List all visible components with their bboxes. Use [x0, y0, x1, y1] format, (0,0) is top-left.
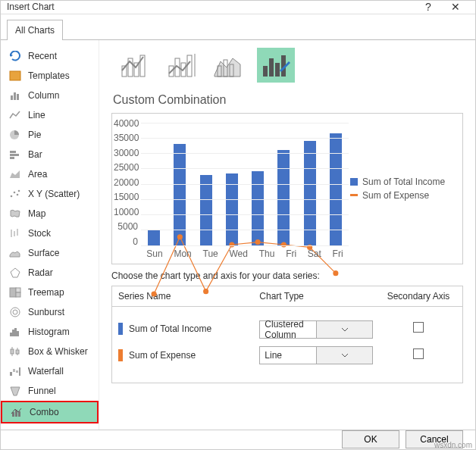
svg-point-62	[333, 270, 338, 276]
sidebar-item-label: X Y (Scatter)	[28, 189, 80, 199]
sidebar-item-label: Stock	[28, 228, 51, 239]
sidebar-item-histogram[interactable]: Histogram	[1, 322, 99, 342]
sidebar-item-waterfall[interactable]: Waterfall	[1, 361, 99, 381]
sidebar-item-combo[interactable]: Combo	[1, 401, 99, 423]
svg-point-20	[11, 308, 20, 317]
svg-rect-29	[16, 350, 19, 354]
plot-area	[141, 123, 349, 245]
y-axis-labels: 4000035000300002500020000150001000050000	[114, 118, 138, 247]
legend-swatch-icon	[350, 178, 358, 186]
sidebar-item-treemap[interactable]: Treemap	[1, 283, 99, 302]
help-button[interactable]: ?	[415, 1, 442, 13]
section-title: Custom Combination	[113, 93, 463, 107]
dialog-title: Insert Chart	[7, 2, 415, 12]
sidebar-item-line[interactable]: Line	[1, 105, 99, 125]
sidebar-item-surface[interactable]: Surface	[1, 243, 99, 263]
sidebar-item-label: Bar	[28, 149, 42, 160]
svg-point-11	[17, 193, 19, 195]
sidebar-item-column[interactable]: Column	[1, 86, 99, 105]
svg-rect-52	[269, 58, 274, 77]
series-name-label: Sum of Expense	[129, 350, 196, 361]
sidebar-item-map[interactable]: Map	[1, 204, 99, 223]
titlebar: Insert Chart ? ✕	[1, 1, 475, 14]
sidebar-item-templates[interactable]: Templates	[1, 66, 99, 86]
svg-rect-22	[10, 333, 12, 336]
ok-button[interactable]: OK	[342, 430, 399, 448]
tab-strip: All Charts	[1, 14, 475, 40]
sidebar-item-bar[interactable]: Bar	[1, 145, 99, 164]
area-chart-icon	[8, 168, 22, 180]
svg-rect-27	[11, 349, 14, 354]
secondary-axis-checkbox[interactable]	[413, 322, 424, 333]
chart-preview[interactable]: 4000035000300002500020000150001000050000…	[111, 113, 463, 264]
sidebar-item-label: Funnel	[28, 386, 56, 396]
svg-rect-17	[10, 288, 16, 297]
x-axis-labels: SunMonTueWedThuFriSatFri	[141, 248, 349, 259]
sidebar-item-recent[interactable]: Recent	[1, 46, 99, 66]
svg-point-12	[18, 189, 20, 192]
sidebar-item-pie[interactable]: Pie	[1, 125, 99, 145]
surface-chart-icon	[8, 247, 22, 259]
sunburst-chart-icon	[8, 306, 22, 318]
legend-label: Sum of Total Income	[362, 177, 445, 187]
sidebar-item-sunburst[interactable]: Sunburst	[1, 302, 99, 322]
svg-point-59	[255, 239, 261, 245]
column-chart-icon	[8, 89, 22, 102]
sidebar-item-box-whisker[interactable]: Box & Whisker	[1, 342, 99, 361]
svg-point-57	[203, 289, 208, 294]
series-swatch-icon	[118, 323, 123, 335]
sidebar-item-label: Area	[28, 169, 47, 180]
svg-rect-25	[17, 331, 19, 336]
sidebar-item-scatter[interactable]: X Y (Scatter)	[1, 184, 99, 204]
waterfall-chart-icon	[8, 365, 22, 377]
sidebar-item-label: Treemap	[28, 287, 64, 298]
close-button[interactable]: ✕	[442, 1, 469, 13]
svg-marker-8	[10, 170, 20, 178]
sidebar-item-stock[interactable]: Stock	[1, 223, 99, 243]
sidebar-item-radar[interactable]: Radar	[1, 263, 99, 283]
sidebar-item-label: Combo	[30, 407, 59, 417]
combo-subtype-custom[interactable]	[257, 48, 295, 83]
svg-point-58	[229, 242, 234, 247]
sidebar-item-area[interactable]: Area	[1, 164, 99, 184]
chart-category-sidebar: Recent Templates Column Line Pie Bar Are…	[1, 40, 99, 430]
bar-chart-icon	[8, 148, 22, 161]
sidebar-item-label: Waterfall	[28, 366, 64, 377]
svg-rect-32	[16, 370, 18, 373]
svg-rect-0	[10, 71, 20, 80]
svg-rect-51	[263, 66, 268, 77]
chevron-down-icon	[316, 347, 373, 364]
svg-rect-24	[14, 328, 17, 336]
legend-item: Sum of Expense	[350, 190, 456, 201]
sidebar-item-label: Column	[28, 90, 59, 101]
watermark: wsxdn.com	[434, 441, 472, 449]
svg-rect-7	[10, 157, 14, 159]
svg-rect-2	[14, 92, 16, 100]
chart-type-dropdown[interactable]: Line	[259, 346, 373, 364]
svg-rect-3	[17, 94, 19, 100]
combo-subtype-clustered-column-line-secondary[interactable]	[163, 48, 201, 83]
box-whisker-chart-icon	[8, 345, 22, 358]
series-swatch-icon	[118, 349, 123, 361]
tab-all-charts[interactable]: All Charts	[7, 20, 63, 40]
sidebar-item-label: Map	[28, 208, 45, 219]
sidebar-item-funnel[interactable]: Funnel	[1, 381, 99, 401]
secondary-axis-checkbox[interactable]	[413, 348, 424, 359]
insert-chart-dialog: Insert Chart ? ✕ All Charts Recent Templ…	[0, 0, 476, 450]
svg-rect-19	[16, 292, 20, 297]
svg-rect-5	[10, 151, 16, 153]
sidebar-item-label: Recent	[28, 51, 57, 61]
combo-chart-icon	[10, 406, 23, 418]
svg-rect-1	[11, 95, 13, 100]
main-panel: Custom Combination 400003500030000250002…	[99, 40, 475, 430]
sidebar-item-label: Surface	[28, 248, 59, 258]
svg-point-9	[11, 195, 13, 197]
svg-marker-34	[11, 387, 20, 395]
combo-subtype-stacked-area-column[interactable]	[210, 48, 248, 83]
svg-rect-30	[10, 372, 12, 376]
combo-subtype-clustered-column-line[interactable]	[116, 48, 154, 83]
svg-rect-33	[19, 367, 20, 376]
sidebar-item-label: Histogram	[28, 327, 70, 337]
legend-swatch-icon	[350, 194, 358, 196]
svg-rect-18	[16, 288, 20, 292]
